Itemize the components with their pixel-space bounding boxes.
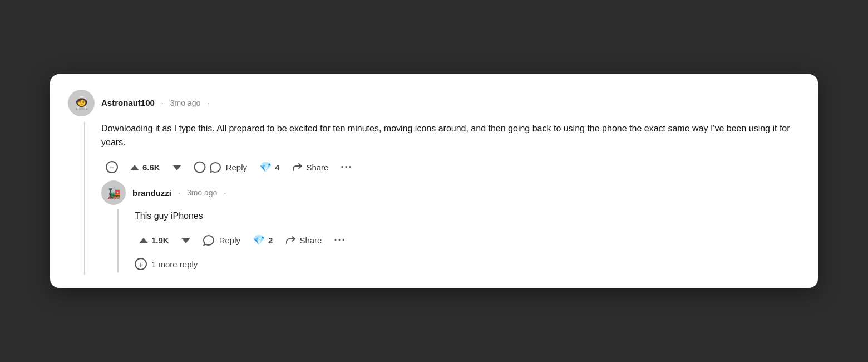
downvote-button[interactable] (168, 160, 186, 175)
reply-reply-button[interactable]: Reply (198, 232, 245, 249)
top-comment-actions: − 6.6K (101, 158, 800, 176)
thread-line-col (68, 122, 101, 275)
reply-upvote-button[interactable]: 1.9K (135, 233, 174, 248)
reply-upvote-icon (139, 236, 148, 245)
downvote-arrow-icon (172, 163, 181, 172)
top-comment-username: Astronaut100 (101, 98, 155, 107)
reply-content: This guy iPhones 1.9K (135, 209, 800, 272)
award-count: 4 (275, 163, 279, 172)
top-comment-timestamp: 3mo ago (170, 99, 200, 107)
reply-award-button[interactable]: 💎 2 (248, 231, 277, 249)
reply-diamond-icon: 💎 (253, 234, 265, 246)
reply-comment: 🚂 branduzzi · 3mo ago · (101, 180, 800, 272)
reply-label: Reply (226, 163, 247, 172)
reply-body: This guy iPhones (135, 209, 800, 223)
reply-timestamp: 3mo ago (187, 188, 217, 197)
upvote-count: 6.6K (142, 163, 160, 172)
thread-line (84, 122, 85, 275)
top-comment-content: Downloading it as I type this. All prepa… (101, 122, 800, 275)
reply-thread: This guy iPhones 1.9K (101, 209, 800, 272)
reply-award-count: 2 (268, 236, 273, 245)
top-comment-body: Downloading it as I type this. All prepa… (101, 122, 800, 150)
reply-share-icon (285, 235, 296, 245)
more-replies-button[interactable]: + 1 more reply (135, 256, 198, 272)
collapse-button[interactable]: − (101, 158, 122, 176)
reply-bubble-icon2 (203, 234, 215, 246)
reply-bubble-icon (194, 161, 206, 173)
top-comment-dot2: · (207, 99, 209, 107)
reply-share-label: Share (299, 236, 322, 245)
reply-upvote-count: 1.9K (151, 236, 169, 245)
diamond-icon: 💎 (259, 161, 272, 173)
reply-downvote-icon (181, 236, 190, 245)
avatar-astronaut100: 🧑‍🚀 (68, 90, 95, 116)
top-comment-dot1: · (161, 99, 164, 107)
more-options-button[interactable]: ··· (336, 159, 357, 176)
comment-bubble-icon (209, 162, 221, 173)
top-comment-thread: Downloading it as I type this. All prepa… (68, 122, 800, 275)
reply-username: branduzzi (132, 188, 171, 198)
comment-card: 🧑‍🚀 Astronaut100 · 3mo ago · Downloading… (50, 74, 818, 288)
collapse-icon: − (106, 161, 118, 173)
share-button[interactable]: Share (287, 159, 333, 175)
reply-dot1: · (178, 188, 180, 197)
plus-circle-icon: + (135, 258, 147, 270)
reply-section: 🚂 branduzzi · 3mo ago · (101, 180, 800, 272)
reply-more-icon: ··· (334, 234, 346, 246)
reply-downvote-button[interactable] (177, 233, 195, 248)
avatar-branduzzi: 🚂 (101, 180, 126, 205)
reply-button[interactable]: Reply (189, 158, 251, 176)
reply-actions: 1.9K (135, 231, 800, 249)
reply-comment-header: 🚂 branduzzi · 3mo ago · (101, 180, 800, 205)
reply-share-button[interactable]: Share (280, 232, 326, 248)
reply-thread-line (117, 209, 119, 272)
award-button[interactable]: 💎 4 (255, 158, 284, 176)
reply-dot2: · (224, 188, 226, 197)
more-options-icon: ··· (341, 162, 352, 173)
reply-more-button[interactable]: ··· (329, 232, 350, 249)
share-icon (292, 162, 303, 172)
reply-thread-line-col (101, 209, 135, 272)
share-label: Share (306, 163, 328, 172)
reply-reply-label: Reply (219, 236, 240, 245)
more-replies-label: 1 more reply (151, 260, 198, 269)
svg-point-0 (194, 162, 205, 173)
upvote-arrow-icon (130, 163, 139, 172)
top-comment-header: 🧑‍🚀 Astronaut100 · 3mo ago · (68, 90, 800, 116)
top-comment: 🧑‍🚀 Astronaut100 · 3mo ago · Downloading… (68, 90, 800, 275)
more-replies-row: + 1 more reply (135, 256, 800, 272)
upvote-button[interactable]: 6.6K (126, 160, 165, 175)
